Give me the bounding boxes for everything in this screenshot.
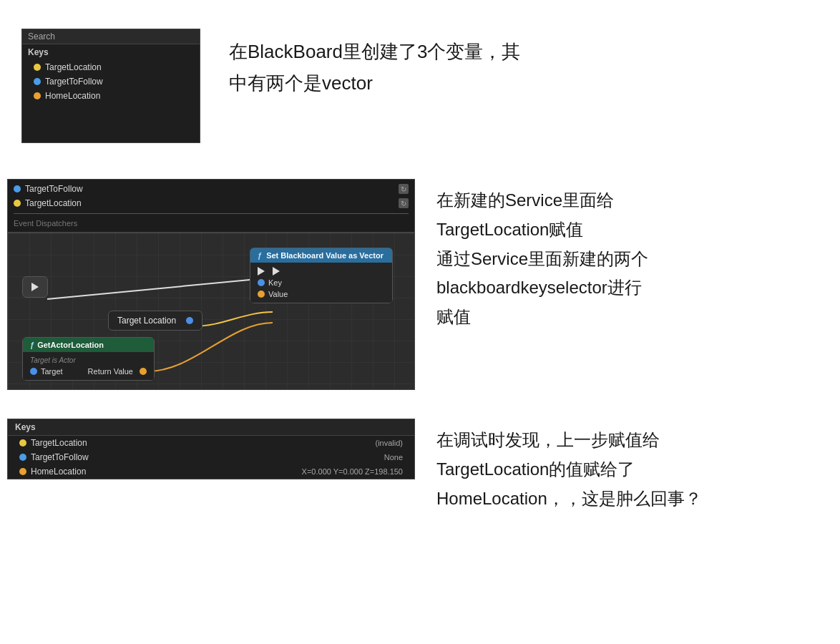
debug-key-left-2: TargetToFollow <box>19 452 89 462</box>
section2: TargetToFollow ↻ TargetLocation ↻ Event … <box>0 157 840 411</box>
set-blackboard-header: ƒ Set Blackboard Value as Vector <box>250 248 392 263</box>
debug-row-1: TargetLocation (invalid) <box>8 436 414 450</box>
value-pin-dot <box>258 291 265 298</box>
blackboard-panel-1: Search Keys TargetLocation TargetToFollo… <box>21 29 200 143</box>
debug-key-left-1: TargetLocation <box>19 438 87 448</box>
exec-node <box>22 276 48 298</box>
debug-keys-header: Keys <box>8 419 414 436</box>
debug-value-3: X=0.000 Y=0.000 Z=198.150 <box>302 467 403 476</box>
section3: Keys TargetLocation (invalid) TargetToFo… <box>0 411 840 527</box>
dot-yellow-icon <box>34 64 41 71</box>
svg-line-0 <box>47 278 273 299</box>
refresh-icon-2[interactable]: ↻ <box>399 198 409 208</box>
list-item: TargetToFollow <box>22 74 200 89</box>
section2-description: 在新建的Service里面给 TargetLocation赋值 通过Servic… <box>436 179 833 332</box>
target-pin-dot <box>30 368 37 375</box>
event-dispatchers-label: Event Dispatchers <box>14 218 409 229</box>
debug-value-1: (invalid) <box>375 439 403 447</box>
dot-yellow-icon <box>14 200 21 207</box>
dot-blue-icon <box>34 78 41 85</box>
bb-search[interactable]: Search <box>22 29 200 44</box>
exec-in-icon <box>258 267 265 275</box>
page-container: Search Keys TargetLocation TargetToFollo… <box>0 0 840 542</box>
return-pin-dot <box>140 368 147 375</box>
service-panel: TargetToFollow ↻ TargetLocation ↻ Event … <box>7 179 415 390</box>
dot-yellow-icon <box>19 439 26 447</box>
target-loc-pin <box>186 317 193 324</box>
service-top: TargetToFollow ↻ TargetLocation ↻ Event … <box>7 179 415 233</box>
debug-panel: Keys TargetLocation (invalid) TargetToFo… <box>7 419 415 479</box>
section1: Search Keys TargetLocation TargetToFollo… <box>0 14 840 157</box>
debug-row-2: TargetToFollow None <box>8 450 414 464</box>
value-pin: Value <box>258 290 385 298</box>
service-row-2: TargetLocation ↻ <box>14 197 409 210</box>
key-pin-dot <box>258 279 265 286</box>
exec-in-pin <box>258 267 385 275</box>
set-blackboard-body: Key Value <box>250 263 392 303</box>
section3-description: 在调试时发现，上一步赋值给 TargetLocation的值赋给了 HomeLo… <box>436 419 833 513</box>
exec-out-icon <box>273 267 280 275</box>
refresh-icon[interactable]: ↻ <box>399 184 409 194</box>
debug-value-2: None <box>384 453 403 462</box>
dot-blue-icon <box>14 185 21 192</box>
get-actor-body: Target is Actor Target Return Value <box>23 352 154 380</box>
dot-blue-icon <box>19 454 26 461</box>
key-pin: Key <box>258 278 385 287</box>
debug-row-3: HomeLocation X=0.000 Y=0.000 Z=198.150 <box>8 464 414 479</box>
section1-description: 在BlackBoard里创建了3个变量，其 中有两个是vector <box>229 29 520 99</box>
get-actor-subtitle: Target is Actor <box>30 356 147 364</box>
get-actor-header: ƒ GetActorLocation <box>23 338 154 352</box>
service-divider <box>14 213 409 214</box>
service-row-1: TargetToFollow ↻ <box>14 182 409 195</box>
bb-keys-header-1: Keys <box>22 44 200 60</box>
dot-orange-icon <box>19 468 26 475</box>
debug-key-left-3: HomeLocation <box>19 467 86 477</box>
list-item: TargetLocation <box>22 60 200 74</box>
list-item: HomeLocation <box>22 89 200 103</box>
blueprint-canvas: ƒ Set Blackboard Value as Vector Key <box>7 233 415 390</box>
get-actor-location-node: ƒ GetActorLocation Target is Actor Targe… <box>22 337 155 381</box>
set-blackboard-node: ƒ Set Blackboard Value as Vector Key <box>250 248 393 303</box>
target-pin: Target Return Value <box>30 367 147 376</box>
dot-orange-icon <box>34 92 41 99</box>
target-location-node: Target Location <box>108 311 202 331</box>
exec-pin-icon <box>31 283 39 291</box>
